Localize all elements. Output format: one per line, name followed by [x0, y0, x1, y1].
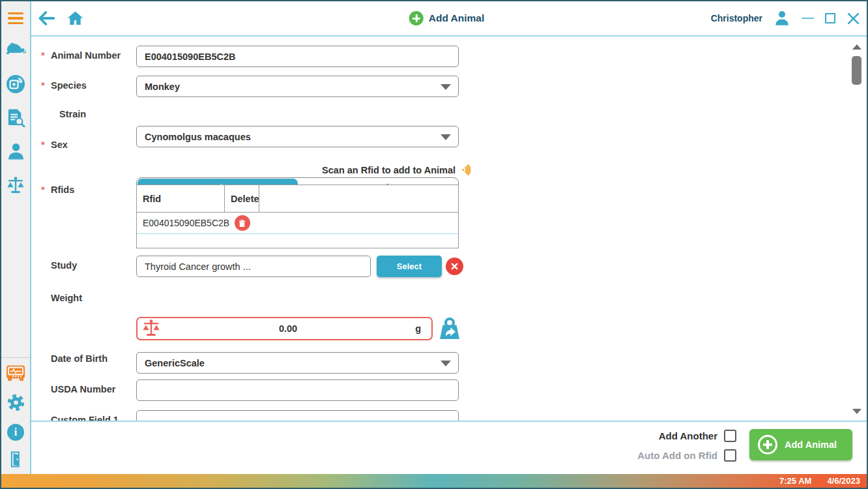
- user-avatar-icon[interactable]: [774, 10, 790, 27]
- minimize-icon[interactable]: [802, 18, 814, 20]
- sidebar-item-rfid[interactable]: [5, 75, 26, 96]
- rfid-reader-icon: [6, 74, 25, 96]
- sidebar-item-users[interactable]: [5, 142, 26, 163]
- rfids-table-header: Rfid Delete: [137, 185, 458, 213]
- close-icon[interactable]: [846, 12, 860, 25]
- weight-label: Weight: [41, 293, 82, 303]
- usda-input[interactable]: [136, 379, 459, 401]
- study-select-button[interactable]: Select: [377, 256, 442, 277]
- page-header: Add Animal: [409, 1, 485, 35]
- species-label: * Species: [41, 80, 87, 91]
- settings-icon: [7, 393, 25, 415]
- rfid-waves-icon: [461, 163, 474, 177]
- scroll-up-icon[interactable]: [852, 44, 861, 50]
- status-time: 7:25 AM: [779, 476, 811, 486]
- sidebar-item-settings[interactable]: [5, 393, 26, 414]
- plus-icon: [758, 435, 777, 454]
- chevron-down-icon: [441, 361, 451, 366]
- animal-number-input[interactable]: [136, 46, 459, 67]
- status-bar: 7:25 AM 4/6/2023: [1, 474, 867, 488]
- footer-bar: Add Another Auto Add on Rfid Add Animal: [31, 422, 867, 474]
- animal-number-label: * Animal Number: [41, 50, 121, 61]
- rfid-cell: E004015090EB5C2B: [137, 218, 225, 228]
- chevron-down-icon: [441, 134, 451, 140]
- species-dropdown[interactable]: Monkey: [136, 76, 459, 97]
- records-search-icon: [7, 108, 25, 130]
- scale-icon: [6, 176, 25, 198]
- weight-unit: g: [415, 323, 421, 334]
- required-marker: *: [41, 50, 51, 61]
- form-area: * Animal Number * Species Monkey Strain …: [31, 38, 867, 422]
- sex-label: * Sex: [41, 140, 68, 150]
- sidebar-item-records[interactable]: [5, 108, 26, 129]
- sidebar-item-logout[interactable]: [5, 450, 26, 471]
- clear-icon[interactable]: [446, 258, 463, 275]
- required-marker: *: [41, 80, 51, 91]
- study-label: Study: [41, 260, 77, 271]
- user-name: Christopher: [711, 13, 762, 23]
- sidebar-item-devices[interactable]: [5, 364, 26, 385]
- required-marker: *: [41, 185, 51, 195]
- table-row-empty: [137, 234, 458, 248]
- sidebar-item-weighing[interactable]: [5, 177, 26, 198]
- study-input[interactable]: [136, 256, 371, 277]
- dob-label: Date of Birth: [41, 353, 108, 364]
- sidebar-item-animals[interactable]: [5, 40, 26, 61]
- weight-reading-input[interactable]: 0.00 g: [136, 317, 433, 340]
- trash-icon[interactable]: [235, 215, 250, 231]
- sidebar-divider: [1, 357, 30, 358]
- scrollbar-thumb[interactable]: [852, 56, 861, 85]
- scan-rfid-hint: Scan an Rfid to add to Animal: [136, 163, 474, 177]
- required-marker: *: [41, 140, 51, 150]
- usda-label: USDA Number: [41, 384, 115, 394]
- back-icon[interactable]: [36, 8, 56, 28]
- maximize-icon[interactable]: [825, 13, 835, 23]
- weight-scale-value: GenericScale: [145, 358, 205, 368]
- title-bar: Add Animal Christopher: [31, 1, 867, 37]
- strain-dropdown[interactable]: Cynomolgus macaques: [136, 126, 459, 147]
- send-weight-icon[interactable]: [437, 316, 463, 342]
- status-date: 4/6/2023: [827, 476, 860, 486]
- strain-value: Cynomolgus macaques: [145, 132, 251, 142]
- menu-icon[interactable]: [8, 12, 25, 27]
- add-another-label: Add Another: [659, 430, 717, 441]
- sidebar: i: [1, 1, 31, 474]
- page-title: Add Animal: [429, 12, 485, 24]
- info-icon: i: [7, 424, 24, 441]
- logout-icon: [8, 451, 23, 471]
- weight-scale-dropdown[interactable]: GenericScale: [136, 352, 459, 374]
- add-circle-icon: [409, 11, 424, 25]
- add-another-checkbox[interactable]: [724, 430, 736, 442]
- chevron-down-icon: [441, 84, 451, 90]
- app-window: i Add Animal Christ: [0, 0, 868, 489]
- scale-icon: [141, 319, 161, 338]
- scrollbar[interactable]: [850, 40, 863, 419]
- rfids-label: * Rfids: [41, 185, 74, 195]
- weight-value: 0.00: [161, 323, 415, 334]
- device-monitor-icon: [6, 364, 25, 384]
- auto-add-rfid-checkbox[interactable]: [724, 449, 736, 462]
- home-icon[interactable]: [66, 10, 84, 27]
- sidebar-item-info[interactable]: i: [5, 422, 26, 443]
- strain-label: Strain: [50, 109, 86, 119]
- column-header-delete: Delete: [225, 185, 259, 212]
- animal-icon: [5, 41, 26, 59]
- column-header-rfid: Rfid: [137, 185, 225, 212]
- scroll-down-icon[interactable]: [852, 409, 861, 414]
- rfids-table: Rfid Delete E004015090EB5C2B: [136, 185, 459, 248]
- auto-add-rfid-label: Auto Add on Rfid: [637, 450, 717, 461]
- table-row: E004015090EB5C2B: [137, 213, 458, 234]
- add-animal-button[interactable]: Add Animal: [749, 429, 852, 460]
- user-icon: [7, 142, 25, 164]
- species-value: Monkey: [145, 82, 180, 92]
